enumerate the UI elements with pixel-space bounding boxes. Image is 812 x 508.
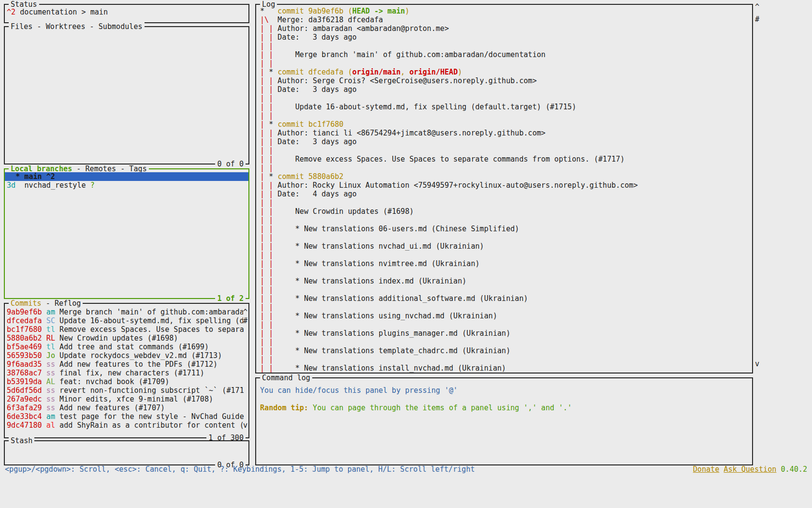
log-scrollbar[interactable]: ^ # v bbox=[755, 0, 763, 373]
log-line: | * commit 5880a6b2 bbox=[260, 172, 748, 181]
commit-row[interactable]: 9f6aad35 ss Add new features to the PDFs… bbox=[7, 360, 247, 369]
commit-hash: 5d6df56d bbox=[7, 386, 46, 395]
command-log-line: You can hide/focus this panel by pressin… bbox=[260, 386, 748, 395]
log-line: | | bbox=[260, 164, 748, 172]
commit-hash: bc1f7680 bbox=[7, 325, 46, 334]
files-counter: 0 of 0 bbox=[215, 160, 246, 168]
commit-hash: bf5ae469 bbox=[7, 343, 46, 351]
commit-scrollbar-char: v bbox=[243, 421, 247, 430]
commit-scrollbar-char: # bbox=[243, 316, 247, 325]
commit-row[interactable]: 38768ac7 ss final fix, new characters (#… bbox=[7, 369, 247, 377]
log-line: | | Date: 4 days ago bbox=[260, 190, 748, 198]
commit-message: Add tree and stat commands (#1699) bbox=[59, 343, 247, 351]
commit-row[interactable]: 9ab9ef6b am Merge branch 'main' of githu… bbox=[7, 308, 247, 316]
branch-row[interactable]: 3d nvchad_restyle ? bbox=[5, 181, 248, 190]
status-bar: <pgup>/<pgdown>: Scroll, <esc>: Cancel, … bbox=[0, 464, 812, 475]
commit-message: feat: nvchad book (#1709) bbox=[59, 377, 247, 386]
branch-list: * main ^23d nvchad_restyle ? bbox=[5, 169, 248, 298]
ahead-indicator: ^2 bbox=[7, 8, 15, 16]
branches-panel[interactable]: Local branches - Remotes - Tags * main ^… bbox=[4, 168, 249, 299]
commit-list: 9ab9ef6b am Merge branch 'main' of githu… bbox=[5, 304, 248, 437]
commit-scrollbar-char: ^ bbox=[243, 308, 247, 316]
commit-hash: 9dc47180 bbox=[7, 421, 46, 430]
status-panel[interactable]: Status ^2 documentation > main bbox=[4, 4, 249, 23]
log-panel[interactable]: Log * commit 9ab9ef6b (HEAD -> main)|\ M… bbox=[255, 4, 753, 374]
commit-message: Minor edits, xfce 9-minimal (#1708) bbox=[59, 395, 247, 403]
log-line: | | bbox=[260, 94, 748, 103]
scroll-down-indicator[interactable]: v bbox=[755, 359, 759, 368]
commit-message: Add new features (#1707) bbox=[59, 403, 247, 412]
commit-row[interactable]: 6f3afa29 ss Add new features (#1707) bbox=[7, 403, 247, 412]
commit-author: AL bbox=[46, 377, 59, 386]
files-panel[interactable]: Files - Worktrees - Submodules 0 of 0 bbox=[4, 26, 249, 164]
commit-row[interactable]: 5880a6b2 RL New Crowdin updates (#1698) bbox=[7, 334, 247, 343]
status-bar-links: Donate Ask Question bbox=[693, 465, 781, 474]
status-bar-link[interactable]: Ask Question bbox=[724, 465, 776, 474]
commits-panel[interactable]: Commits - Reflog 9ab9ef6b am Merge branc… bbox=[4, 303, 249, 438]
log-line: | | Date: 3 days ago bbox=[260, 85, 748, 94]
commit-message: test page for the new style - NvChad Gui… bbox=[59, 412, 247, 421]
log-line: | * commit dfcedafa (origin/main, origin… bbox=[260, 68, 748, 76]
commit-message: New Crowdin updates (#1698) bbox=[59, 334, 247, 343]
log-line: | | bbox=[260, 216, 748, 224]
log-line: | | bbox=[260, 233, 748, 242]
command-log-panel[interactable]: Command log You can hide/focus this pane… bbox=[255, 377, 753, 465]
commit-author: tl bbox=[46, 325, 59, 334]
commit-row[interactable]: bf5ae469 tl Add tree and stat commands (… bbox=[7, 343, 247, 351]
branch-row[interactable]: * main ^2 bbox=[5, 172, 248, 181]
log-line: | * commit bc1f7680 bbox=[260, 120, 748, 129]
scroll-up-indicator[interactable]: ^ bbox=[755, 2, 759, 11]
commit-row[interactable]: 56593b50 Jo Update rockydocs_webdev_v2.m… bbox=[7, 351, 247, 360]
log-line: | | bbox=[260, 303, 748, 312]
commit-row[interactable]: 5d6df56d ss revert non-functioning subsc… bbox=[7, 386, 247, 395]
commit-row[interactable]: b53919da AL feat: nvchad book (#1709) bbox=[7, 377, 247, 386]
log-line: | | * New translations nvchad_ui.md (Ukr… bbox=[260, 242, 748, 251]
command-log-lines: You can hide/focus this panel by pressin… bbox=[256, 378, 752, 464]
commit-message: Update rockydocs_webdev_v2.md (#1713) bbox=[59, 351, 247, 360]
commit-author: am bbox=[46, 308, 59, 316]
log-lines: * commit 9ab9ef6b (HEAD -> main)|\ Merge… bbox=[256, 5, 752, 373]
commit-row[interactable]: 9dc47180 al add ShyRain as a contributor… bbox=[7, 421, 247, 430]
log-line: | | Remove excess Spaces. Use Spaces to … bbox=[260, 155, 748, 164]
log-line: | | * New translations nvimtree.md (Ukra… bbox=[260, 259, 748, 268]
commit-author: am bbox=[46, 412, 59, 421]
log-line: | | bbox=[260, 338, 748, 346]
commit-message: Merge branch 'main' of github.com:ambara… bbox=[59, 308, 243, 316]
commit-hash: 5880a6b2 bbox=[7, 334, 46, 343]
log-line: |\ Merge: da3f6218 dfcedafa bbox=[260, 15, 748, 24]
commit-hash: 38768ac7 bbox=[7, 369, 46, 377]
scroll-thumb-indicator[interactable]: # bbox=[755, 15, 759, 24]
version-label: 0.40.2 bbox=[781, 465, 807, 474]
commit-author: RL bbox=[46, 334, 59, 343]
log-line: | | bbox=[260, 268, 748, 277]
log-line: | | Author: tianci li <86754294+jimcat8@… bbox=[260, 129, 748, 137]
log-line: | | Author: Serge Crois? <SergeCroise@us… bbox=[260, 76, 748, 85]
commit-hash: 9ab9ef6b bbox=[7, 308, 46, 316]
log-line: * commit 9ab9ef6b (HEAD -> main) bbox=[260, 7, 748, 15]
commit-hash: 9f6aad35 bbox=[7, 360, 46, 369]
log-line: | | * New translations template_chadrc.m… bbox=[260, 346, 748, 355]
stash-panel[interactable]: Stash 0 of 0 bbox=[4, 440, 249, 465]
commit-author: ss bbox=[46, 369, 59, 377]
commit-row[interactable]: dfcedafa SC Update 16-about-sytemd.md, f… bbox=[7, 316, 247, 325]
log-line: | | bbox=[260, 59, 748, 68]
branches-counter: 1 of 2 bbox=[215, 294, 246, 303]
log-line: | | New Crowdin updates (#1698) bbox=[260, 207, 748, 216]
command-log-line bbox=[260, 395, 748, 403]
status-bar-link[interactable]: Donate bbox=[693, 465, 720, 474]
commit-author: ss bbox=[46, 395, 59, 403]
files-panel-content bbox=[5, 27, 248, 164]
log-line: | | bbox=[260, 146, 748, 155]
commit-message: Update 16-about-sytemd.md, fix spelling … bbox=[59, 316, 243, 325]
commit-row[interactable]: bc1f7680 tl Remove excess Spaces. Use Sp… bbox=[7, 325, 247, 334]
commit-hash: b53919da bbox=[7, 377, 46, 386]
commit-message: revert non-functioning subscript `~` (#1… bbox=[59, 386, 247, 395]
keybinding-hints: <pgup>/<pgdown>: Scroll, <esc>: Cancel, … bbox=[5, 464, 475, 475]
log-line: | | bbox=[260, 198, 748, 207]
commit-message: add ShyRain as a contributor for content… bbox=[59, 421, 243, 430]
commit-row[interactable]: 267a9edc ss Minor edits, xfce 9-minimal … bbox=[7, 395, 247, 403]
log-line: | | Merge branch 'main' of github.com:am… bbox=[260, 50, 748, 59]
log-line: | | bbox=[260, 42, 748, 50]
repo-branch-label: documentation > main bbox=[15, 8, 108, 16]
commit-row[interactable]: 6de33bc4 am test page for the new style … bbox=[7, 412, 247, 421]
